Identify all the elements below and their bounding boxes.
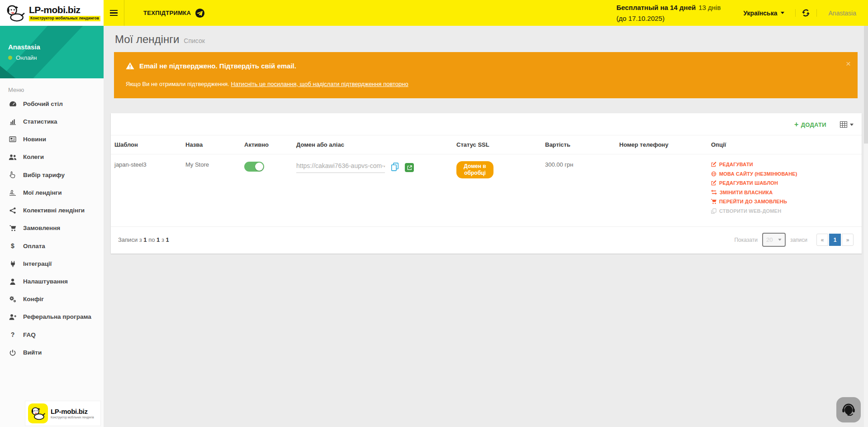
option-go-to-orders[interactable]: ПЕРЕЙТИ ДО ЗАМОВЛЕНЬ: [711, 199, 858, 204]
col-options: Опції: [707, 135, 862, 154]
cell-name: My Store: [182, 154, 241, 227]
pagination-next-button[interactable]: »: [842, 234, 854, 246]
dog-mascot-icon: [28, 403, 48, 423]
sidebar-menu: Робочий стіл Статистика Новини Колеги Ви…: [0, 95, 104, 361]
plus-icon: +: [794, 121, 799, 128]
resend-confirmation-link[interactable]: Натисніть це посилання, щоб надіслати пі…: [231, 81, 408, 87]
cell-active: [241, 154, 293, 227]
alert-title: Email не підтверджено. Підтвердіть свій …: [139, 62, 296, 70]
show-label: Показати: [734, 237, 757, 243]
option-change-owner[interactable]: ЗМІНИТИ ВЛАСНИКА: [711, 190, 858, 195]
trial-info: Бесплатный на 14 дней13 днів (до 17.10.2…: [617, 2, 733, 24]
cart-icon: [711, 199, 716, 204]
email-alert-banner: Email не підтверджено. Підтвердіть свій …: [114, 52, 858, 98]
sidebar-item-settings[interactable]: Налаштування: [0, 273, 104, 290]
sidebar-item-orders[interactable]: Замовлення: [0, 219, 104, 237]
copy-domain-button[interactable]: [391, 163, 399, 171]
dog-mascot-icon: [5, 5, 25, 22]
col-template: Шаблон: [111, 135, 182, 154]
chevron-down-icon: [781, 12, 784, 14]
sidebar-item-payment[interactable]: $ Оплата: [0, 237, 104, 255]
power-icon: [8, 350, 17, 356]
external-link-icon: [407, 165, 412, 170]
col-phone: Номер телефону: [616, 135, 707, 154]
sidebar-footer-logo[interactable]: LP-mobi.biz Конструктор мобільних лендін…: [25, 401, 101, 426]
sidebar: Anastasia Онлайн Меню Робочий стіл Стати…: [0, 26, 104, 427]
landings-card: + ДОДАТИ Шаблон Назва Активно Доме: [111, 113, 862, 254]
hamburger-icon: [110, 10, 118, 11]
language-icon: [711, 171, 716, 177]
trial-days-left: 13 днів: [698, 4, 721, 11]
option-edit-template[interactable]: РЕДАГУВАТИ ШАБЛОН: [711, 180, 858, 186]
vertical-scrollbar[interactable]: [864, 26, 868, 427]
dollar-icon: $: [8, 242, 17, 249]
sidebar-item-colleagues[interactable]: Колеги: [0, 148, 104, 166]
sidebar-item-integrations[interactable]: Інтеграції: [0, 255, 104, 273]
pagination-prev-button[interactable]: «: [816, 234, 828, 246]
refresh-icon: [802, 9, 810, 17]
page-size-value: 20: [766, 236, 773, 243]
domain-input[interactable]: [296, 161, 385, 173]
sidebar-item-statistics[interactable]: Статистика: [0, 113, 104, 130]
user-icon: [8, 278, 17, 285]
trial-plan: Бесплатный на 14 дней: [617, 4, 696, 11]
hand-pointer-icon: [8, 171, 17, 178]
cell-options: РЕДАГУВАТИ МОВА САЙТУ (НЕЗМІНЮВАНЕ) РЕДА…: [707, 154, 862, 227]
clone-icon: [711, 208, 716, 214]
page-title: Мої лендінги: [115, 33, 179, 46]
signature-icon: [8, 189, 17, 196]
records-label: записи: [790, 237, 807, 243]
telegram-icon[interactable]: [195, 8, 205, 18]
col-active: Активно: [241, 135, 293, 154]
refresh-button[interactable]: [795, 9, 817, 17]
table-footer: Записи з 1 по 1 з 1 Показати 20 записи «…: [111, 227, 862, 254]
scrollbar-thumb[interactable]: [864, 26, 868, 144]
option-site-language[interactable]: МОВА САЙТУ (НЕЗМІНЮВАНЕ): [711, 171, 858, 177]
col-ssl-status: Статус SSL: [453, 135, 541, 154]
active-toggle[interactable]: [244, 162, 264, 172]
user-plus-icon: [8, 314, 17, 320]
col-name: Назва: [182, 135, 241, 154]
cell-phone: [616, 154, 707, 227]
page-header: Мої лендінги Список: [104, 26, 868, 52]
cell-price: 300.00 грн: [541, 154, 616, 227]
online-status-icon: [8, 56, 12, 60]
add-landing-button[interactable]: + ДОДАТИ: [792, 120, 829, 129]
support-chat-button[interactable]: [836, 397, 861, 422]
sidebar-item-faq[interactable]: ? FAQ: [0, 326, 104, 344]
sidebar-item-config[interactable]: Конфіг: [0, 290, 104, 308]
copy-icon: [391, 163, 399, 171]
sidebar-item-logout[interactable]: Вийти: [0, 344, 104, 361]
sidebar-user-status: Онлайн: [8, 54, 37, 61]
close-icon[interactable]: ×: [846, 59, 851, 68]
ssl-status-badge: Домен в обробці: [456, 161, 493, 178]
bar-chart-icon: [8, 119, 17, 125]
page-size-select[interactable]: 20: [762, 233, 786, 247]
logo-title: LP-mobi.biz: [29, 5, 100, 15]
warning-icon: [126, 62, 134, 70]
menu-section-label: Меню: [0, 78, 104, 95]
pagination-page-1-button[interactable]: 1: [829, 234, 841, 246]
language-selector[interactable]: Українська: [732, 10, 795, 17]
trial-until: (до 17.10.2025): [617, 13, 721, 24]
sidebar-item-collective-landings[interactable]: Колективні лендінги: [0, 202, 104, 219]
sidebar-item-my-landings[interactable]: Мої лендінги: [0, 184, 104, 202]
column-settings-button[interactable]: [840, 121, 854, 128]
sidebar-item-news[interactable]: Новини: [0, 130, 104, 148]
support-link[interactable]: ТЕХПІДТРИМКА: [124, 0, 209, 26]
table-grid-icon: [840, 121, 847, 128]
card-toolbar: + ДОДАТИ: [111, 113, 862, 135]
language-label: Українська: [743, 10, 777, 17]
dashboard-icon: [8, 101, 17, 107]
option-edit[interactable]: РЕДАГУВАТИ: [711, 162, 858, 167]
sidebar-toggle-button[interactable]: [104, 0, 124, 26]
app-logo[interactable]: LP-mobi.biz Конструктор мобильных лендин…: [0, 0, 104, 26]
open-site-button[interactable]: [405, 163, 414, 172]
topbar-username[interactable]: Anastasia: [817, 10, 868, 17]
sidebar-item-dashboard[interactable]: Робочий стіл: [0, 95, 104, 113]
sidebar-item-referral[interactable]: Реферальна програма: [0, 308, 104, 326]
support-label: ТЕХПІДТРИМКА: [143, 10, 191, 16]
sidebar-item-tariff[interactable]: Вибір тарифу: [0, 166, 104, 184]
pagination: « 1 »: [816, 234, 854, 246]
decorative-band: [0, 26, 104, 78]
